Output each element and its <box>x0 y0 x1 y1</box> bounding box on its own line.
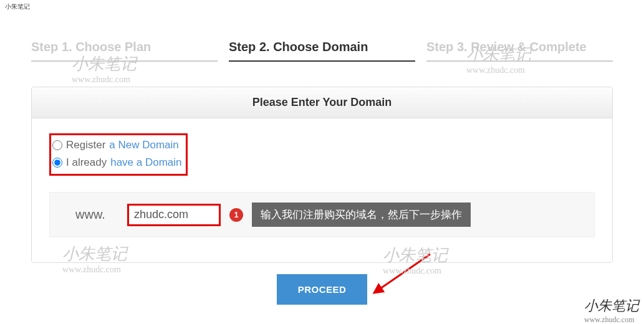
radio-register-text: Register <box>66 139 105 151</box>
card-body: Register a New Domain I already have a D… <box>32 118 612 262</box>
domain-card: Please Enter Your Domain Register a New … <box>31 87 613 263</box>
watermark-url: www.zhudc.com <box>584 315 639 324</box>
radio-have-link: have a Domain <box>110 156 181 169</box>
step-3[interactable]: Step 3. Review & Complete <box>426 40 613 62</box>
step-1[interactable]: Step 1. Choose Plan <box>31 40 218 62</box>
watermark-url: www.zhudc.com <box>72 75 137 85</box>
step-2[interactable]: Step 2. Choose Domain <box>229 40 415 62</box>
radio-have-input[interactable] <box>52 158 62 168</box>
domain-prefix: www. <box>62 207 118 222</box>
radio-have[interactable]: I already have a Domain <box>52 154 182 171</box>
annotation-badge: 1 <box>229 208 243 222</box>
radio-group: Register a New Domain I already have a D… <box>49 133 188 176</box>
steps-row: Step 1. Choose Plan Step 2. Choose Domai… <box>0 0 644 62</box>
radio-register[interactable]: Register a New Domain <box>52 136 182 154</box>
radio-have-text: I already <box>66 156 107 169</box>
proceed-button[interactable]: PROCEED <box>277 274 368 305</box>
annotation-tip: 输入我们注册购买的域名，然后下一步操作 <box>252 202 471 227</box>
radio-register-input[interactable] <box>52 140 62 150</box>
radio-register-link: a New Domain <box>109 139 179 151</box>
proceed-row: PROCEED <box>0 274 644 305</box>
watermark-url: www.zhudc.com <box>466 65 531 75</box>
watermark-url: www.zhudc.com <box>62 265 127 275</box>
domain-input-row: www. 1 输入我们注册购买的域名，然后下一步操作 <box>49 192 595 237</box>
card-header: Please Enter Your Domain <box>32 87 612 118</box>
domain-input[interactable] <box>127 204 221 226</box>
